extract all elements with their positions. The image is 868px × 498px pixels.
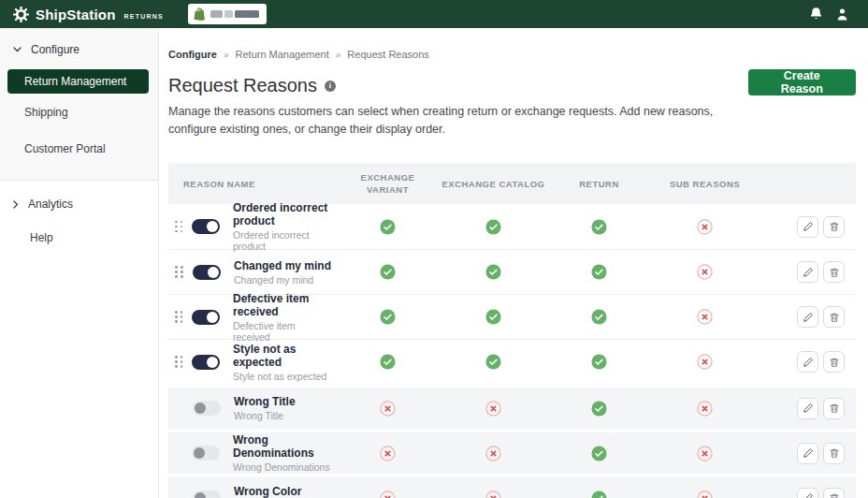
pencil-icon	[803, 267, 814, 278]
check-circle-icon	[485, 219, 501, 235]
return-status	[546, 219, 652, 235]
notifications-button[interactable]	[803, 7, 829, 22]
x-circle-icon	[485, 446, 501, 461]
trash-icon	[829, 492, 840, 498]
exchange-variant-status	[335, 309, 441, 325]
delete-button[interactable]	[823, 306, 845, 328]
sidebar-item-help[interactable]: Help	[0, 222, 158, 254]
reason-name: Defective item received	[233, 292, 335, 318]
header-exchange-variant: EXCHANGE VARIANT	[335, 171, 441, 196]
drag-handle-icon[interactable]	[175, 311, 182, 323]
x-circle-icon	[697, 401, 713, 417]
enable-toggle[interactable]	[193, 491, 221, 498]
check-circle-icon	[591, 309, 607, 325]
pencil-icon	[803, 357, 814, 368]
x-circle-icon	[380, 401, 396, 417]
delete-button[interactable]	[823, 443, 845, 464]
shipstation-logo[interactable]: ShipStation RETURNS	[13, 7, 164, 22]
sidebar-section-configure: Configure Return Management Shipping Cus…	[0, 28, 158, 181]
sidebar-item-shipping[interactable]: Shipping	[0, 94, 158, 130]
delete-button[interactable]	[823, 216, 845, 238]
header-return: RETURN	[546, 179, 652, 189]
return-status	[546, 264, 652, 280]
reason-name: Ordered incorrect product	[233, 201, 335, 227]
delete-button[interactable]	[823, 351, 845, 373]
create-reason-button[interactable]: Create Reason	[748, 69, 856, 95]
sidebar-section-label: Analytics	[28, 198, 73, 211]
edit-button[interactable]	[797, 216, 818, 238]
return-status	[546, 491, 652, 498]
edit-button[interactable]	[797, 488, 818, 498]
reason-name: Style not as expected	[233, 343, 335, 369]
page-title: Request Reasons	[168, 75, 317, 96]
breadcrumb-separator: »	[336, 50, 341, 60]
reason-subtitle: Style not as expected	[233, 371, 335, 382]
edit-button[interactable]	[797, 398, 818, 419]
reason-subtitle: Ordered incorrect product	[233, 229, 335, 252]
account-button[interactable]	[829, 7, 855, 22]
enable-toggle[interactable]	[192, 446, 220, 461]
exchange-catalog-status	[441, 491, 546, 498]
table-row: Style not as expected Style not as expec…	[168, 339, 856, 384]
x-circle-icon	[697, 219, 713, 235]
sub-reasons-status	[652, 491, 758, 498]
sidebar-item-return-management[interactable]: Return Management	[7, 69, 149, 94]
bell-icon	[809, 7, 823, 22]
reason-name: Wrong Denominations	[233, 433, 335, 460]
sidebar-item-label: Return Management	[24, 75, 126, 88]
trash-icon	[829, 447, 840, 459]
table-row: Wrong Color Wrong Color	[168, 477, 856, 498]
store-selector-badge[interactable]	[188, 4, 267, 24]
info-icon[interactable]: i	[325, 81, 336, 92]
delete-button[interactable]	[823, 488, 845, 498]
exchange-catalog-status	[441, 446, 546, 461]
enable-toggle[interactable]	[193, 401, 221, 416]
header-reason-name: REASON NAME	[168, 179, 335, 189]
enable-toggle[interactable]	[192, 355, 220, 370]
topbar: ShipStation RETURNS	[0, 0, 868, 28]
sub-reasons-status	[652, 446, 758, 461]
check-circle-icon	[591, 354, 607, 370]
breadcrumb-configure[interactable]: Configure	[168, 49, 217, 60]
pencil-icon	[803, 403, 814, 414]
check-circle-icon	[380, 264, 396, 280]
breadcrumb-return-management[interactable]: Return Management	[236, 49, 329, 60]
x-circle-icon	[697, 309, 713, 325]
brand-suffix: RETURNS	[124, 13, 164, 20]
user-icon	[835, 7, 849, 22]
sidebar-item-customer-portal[interactable]: Customer Portal	[0, 130, 158, 167]
check-circle-icon	[591, 446, 607, 461]
x-circle-icon	[485, 401, 501, 417]
reason-subtitle: Changed my mind	[234, 274, 331, 286]
check-circle-icon	[485, 309, 501, 325]
reason-subtitle: Wrong Denominations	[233, 461, 335, 473]
drag-handle-icon[interactable]	[175, 221, 182, 233]
enable-toggle[interactable]	[193, 265, 221, 280]
delete-button[interactable]	[823, 261, 845, 283]
breadcrumb-request-reasons[interactable]: Request Reasons	[347, 49, 428, 60]
x-circle-icon	[380, 446, 396, 461]
table-row: Ordered incorrect product Ordered incorr…	[168, 204, 856, 249]
check-circle-icon	[591, 401, 607, 417]
edit-button[interactable]	[797, 261, 818, 283]
edit-button[interactable]	[797, 443, 818, 464]
reason-subtitle: Defective item received	[233, 320, 335, 343]
delete-button[interactable]	[823, 398, 845, 419]
edit-button[interactable]	[797, 306, 818, 328]
drag-handle-icon[interactable]	[175, 356, 182, 368]
enable-toggle[interactable]	[192, 219, 220, 234]
sidebar-section-configure-header[interactable]: Configure	[0, 28, 158, 67]
drag-handle-icon[interactable]	[175, 266, 183, 278]
sidebar-section-analytics-header[interactable]: Analytics	[0, 181, 158, 222]
sub-reasons-status	[652, 309, 758, 325]
x-circle-icon	[697, 354, 713, 370]
return-status	[546, 401, 652, 417]
edit-button[interactable]	[797, 351, 818, 373]
x-circle-icon	[697, 446, 713, 461]
enable-toggle[interactable]	[192, 310, 220, 325]
sidebar-section-label: Configure	[31, 43, 80, 56]
pencil-icon	[803, 492, 814, 498]
exchange-variant-status	[335, 354, 441, 370]
table-header: REASON NAME EXCHANGE VARIANT EXCHANGE CA…	[168, 163, 856, 204]
header-sub-reasons: SUB REASONS	[652, 179, 758, 189]
